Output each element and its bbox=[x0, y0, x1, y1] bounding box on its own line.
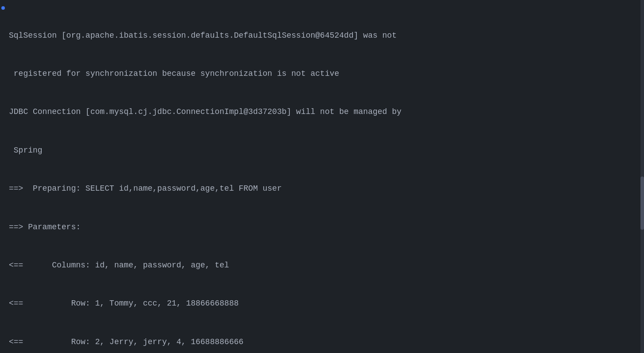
log-line-3: JDBC Connection [com.mysql.cj.jdbc.Conne… bbox=[9, 106, 639, 118]
vertical-scrollbar[interactable] bbox=[640, 0, 644, 353]
log-line-6: ==> Parameters: bbox=[9, 221, 639, 234]
log-line-5: ==> Preparing: SELECT id,name,password,a… bbox=[9, 182, 639, 195]
log-line-2: registered for synchronization because s… bbox=[9, 67, 639, 80]
scrollbar-thumb[interactable] bbox=[640, 176, 644, 230]
log-line-1: SqlSession [org.apache.ibatis.session.de… bbox=[9, 29, 639, 42]
left-gutter bbox=[0, 0, 6, 353]
log-line-9: <== Row: 2, Jerry, jerry, 4, 16688886666 bbox=[9, 336, 639, 349]
console-output[interactable]: SqlSession [org.apache.ibatis.session.de… bbox=[0, 0, 644, 353]
log-line-7: <== Columns: id, name, password, age, te… bbox=[9, 259, 639, 272]
log-line-8: <== Row: 1, Tommy, ccc, 21, 18866668888 bbox=[9, 297, 639, 310]
indicator-dot bbox=[1, 6, 5, 10]
console-window: SqlSession [org.apache.ibatis.session.de… bbox=[0, 0, 644, 353]
log-line-4: Spring bbox=[9, 144, 639, 157]
